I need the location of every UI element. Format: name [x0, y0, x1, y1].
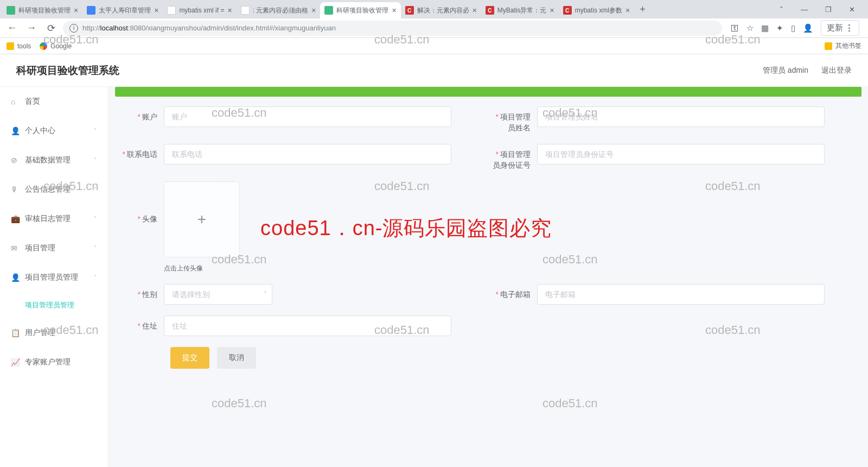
sidebar-item-personal[interactable]: 👤个人中心˅ — [0, 116, 108, 146]
url-text: http://localhost:8080/xiangmuyanshou/adm… — [82, 24, 336, 32]
forward-button[interactable]: → — [24, 21, 39, 36]
close-icon[interactable]: × — [227, 6, 232, 15]
avatar-upload[interactable]: + — [164, 181, 240, 257]
site-info-icon[interactable]: i — [69, 24, 78, 33]
tabs-dropdown-icon[interactable]: ˅ — [773, 2, 790, 17]
sidebar-item-user[interactable]: 📋用户管理 — [0, 318, 108, 348]
profile-icon[interactable]: 👤 — [803, 23, 813, 33]
tab-5[interactable]: C解决：元素内容必× — [401, 2, 481, 18]
admin-label[interactable]: 管理员 admin — [763, 66, 808, 75]
favicon — [324, 6, 333, 15]
maximize-button[interactable]: ❐ — [819, 2, 838, 17]
label-pm-name: *项目管理员姓名 — [488, 106, 537, 133]
bookmark-google[interactable]: Google — [40, 42, 72, 50]
close-icon[interactable]: × — [74, 6, 78, 15]
close-icon[interactable]: × — [626, 6, 630, 15]
sidebar-item-basedata[interactable]: ⊘基础数据管理˅ — [0, 146, 108, 175]
minimize-button[interactable]: — — [794, 2, 814, 17]
input-phone[interactable] — [164, 144, 451, 165]
url-input[interactable]: i http://localhost:8080/xiangmuyanshou/a… — [63, 21, 722, 36]
upload-hint: 点击上传头像 — [164, 264, 451, 273]
extensions-icon[interactable]: ✦ — [776, 23, 783, 33]
close-icon[interactable]: × — [550, 6, 554, 15]
back-button[interactable]: ← — [4, 21, 20, 36]
reading-list-icon[interactable]: ▯ — [791, 23, 795, 33]
sidebar-item-auditlog[interactable]: 💼审核日志管理˅ — [0, 204, 108, 234]
user-icon: 👤 — [11, 273, 20, 282]
toolbar-icons: ⚿ ☆ ▦ ✦ ▯ 👤 更新 ⋮ — [726, 20, 864, 36]
list-icon: 📋 — [11, 329, 20, 337]
tab-0[interactable]: 科研项目验收管理× — [2, 2, 82, 18]
reload-button[interactable]: ⟳ — [43, 21, 59, 36]
favicon — [7, 6, 15, 15]
home-icon: ⌂ — [11, 97, 20, 106]
app: 科研项目验收管理系统 管理员 admin 退出登录 ⌂首页 👤个人中心˅ ⊘基础… — [0, 54, 868, 467]
tab-3[interactable]: : 元素内容必须由格× — [237, 2, 321, 18]
mail-icon: ✉ — [11, 244, 20, 253]
chevron-down-icon: ˅ — [94, 157, 97, 164]
sidebar-item-home[interactable]: ⌂首页 — [0, 87, 108, 116]
success-bar — [115, 87, 861, 97]
sidebar-item-expert[interactable]: 📈专家账户管理 — [0, 348, 108, 377]
favicon: C — [486, 6, 494, 15]
label-account: *账户 — [115, 106, 164, 123]
sidebar: ⌂首页 👤个人中心˅ ⊘基础数据管理˅ 🎙公告信息管理˅ 💼审核日志管理˅ ✉项… — [0, 87, 108, 467]
chevron-down-icon: ˅ — [94, 245, 97, 252]
address-bar: ← → ⟳ i http://localhost:8080/xiangmuyan… — [0, 18, 868, 38]
user-icon: 👤 — [11, 127, 20, 135]
tab-bar: 科研项目验收管理× 太平人寿印章管理× mybatis xml if =× : … — [0, 0, 868, 18]
submit-button[interactable]: 提交 — [170, 347, 209, 369]
sidebar-item-project[interactable]: ✉项目管理˅ — [0, 234, 108, 263]
tab-7[interactable]: Cmybatis xml参数× — [559, 2, 635, 18]
tab-2[interactable]: mybatis xml if =× — [163, 2, 236, 18]
briefcase-icon: 💼 — [11, 214, 20, 223]
input-pm-id[interactable] — [537, 144, 825, 165]
close-icon[interactable]: × — [154, 6, 158, 15]
favicon: C — [563, 6, 572, 15]
chevron-down-icon: ˅ — [94, 128, 97, 135]
grid-icon[interactable]: ▦ — [761, 23, 769, 33]
google-icon — [40, 42, 47, 50]
chevron-up-icon: ˄ — [94, 274, 97, 281]
star-icon[interactable]: ☆ — [746, 23, 754, 33]
plus-icon: + — [197, 211, 206, 228]
sidebar-subitem-pm-admin[interactable]: 项目管理员管理 — [0, 292, 108, 318]
close-icon[interactable]: × — [392, 6, 396, 15]
app-header: 科研项目验收管理系统 管理员 admin 退出登录 — [0, 54, 868, 87]
sidebar-item-pm-admin[interactable]: 👤项目管理员管理˄ — [0, 263, 108, 292]
favicon — [241, 6, 250, 15]
chevron-down-icon: ˅ — [94, 186, 97, 193]
content: *账户 *项目管理员姓名 *联系电话 *项目管理员身份证号 — [108, 87, 868, 467]
label-address: *住址 — [115, 315, 164, 332]
browser-chrome: 科研项目验收管理× 太平人寿印章管理× mybatis xml if =× : … — [0, 0, 868, 54]
cancel-button[interactable]: 取消 — [217, 347, 256, 369]
chart-icon: 📈 — [11, 358, 20, 367]
data-icon: ⊘ — [11, 156, 20, 165]
sidebar-item-notice[interactable]: 🎙公告信息管理˅ — [0, 175, 108, 204]
label-pm-id: *项目管理员身份证号 — [488, 144, 537, 171]
close-window-button[interactable]: ✕ — [843, 2, 861, 17]
tab-6[interactable]: CMyBatis异常：元× — [481, 2, 559, 18]
label-email: *电子邮箱 — [488, 284, 537, 300]
input-pm-name[interactable] — [537, 106, 825, 127]
form: *账户 *项目管理员姓名 *联系电话 *项目管理员身份证号 — [115, 106, 861, 369]
favicon: C — [405, 6, 414, 15]
label-phone: *联系电话 — [115, 144, 164, 160]
select-gender[interactable]: ˅ — [164, 284, 272, 305]
input-email[interactable] — [537, 284, 825, 305]
favicon — [87, 6, 95, 15]
bookmark-tools[interactable]: tools — [7, 42, 31, 50]
bookmark-other[interactable]: 其他书签 — [825, 41, 861, 51]
close-icon[interactable]: × — [473, 6, 477, 15]
app-title: 科研项目验收管理系统 — [16, 64, 119, 78]
input-account[interactable] — [164, 106, 451, 127]
tab-4-active[interactable]: 科研项目验收管理× — [320, 2, 400, 18]
password-key-icon[interactable]: ⚿ — [731, 23, 739, 33]
close-icon[interactable]: × — [311, 6, 316, 15]
input-address[interactable] — [164, 315, 451, 336]
favicon — [167, 6, 176, 15]
update-button[interactable]: 更新 ⋮ — [821, 20, 859, 36]
tab-1[interactable]: 太平人寿印章管理× — [82, 2, 163, 18]
new-tab-button[interactable]: + — [634, 4, 651, 15]
logout-link[interactable]: 退出登录 — [821, 66, 852, 75]
